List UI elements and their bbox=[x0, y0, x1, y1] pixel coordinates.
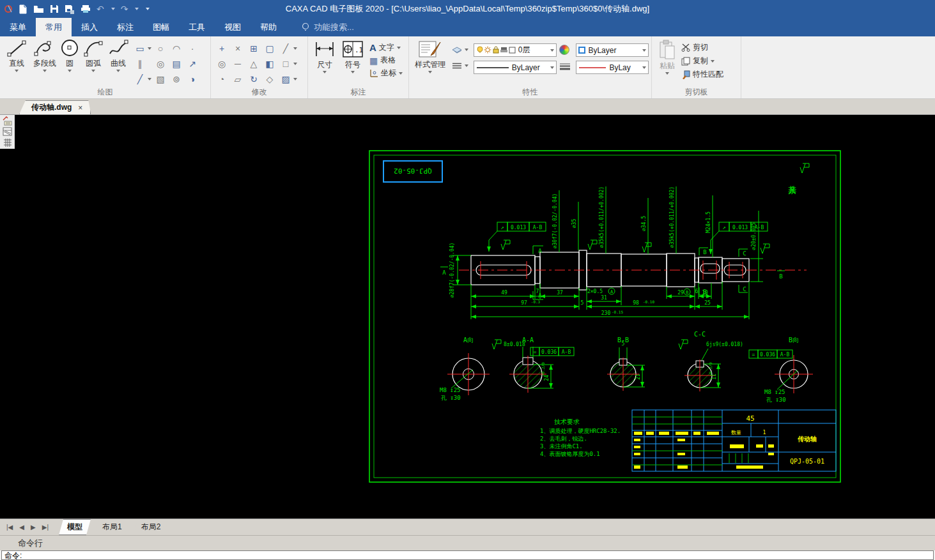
style-caret-icon[interactable] bbox=[428, 71, 432, 73]
ellipse-tool-icon[interactable]: ○ bbox=[153, 42, 167, 56]
function-search[interactable]: 功能搜索... bbox=[302, 18, 354, 36]
tab-model[interactable]: 模型 bbox=[58, 519, 92, 535]
axis-caret-icon[interactable] bbox=[148, 78, 151, 80]
line-tool-button[interactable]: 直线 bbox=[3, 38, 31, 72]
save-icon[interactable] bbox=[50, 4, 59, 13]
menu-item-annotate[interactable]: 标注 bbox=[107, 18, 143, 36]
prev-sheet-icon[interactable]: ◀ bbox=[19, 524, 24, 531]
linetype-caret-icon[interactable] bbox=[465, 64, 468, 67]
symbol-button[interactable]: .1 符号 bbox=[339, 38, 367, 73]
paste-caret-icon[interactable] bbox=[665, 72, 669, 75]
coordinate-tool-button[interactable]: 坐标 bbox=[369, 68, 403, 79]
drawing-canvas[interactable]: QPJ-05-02 其余 bbox=[0, 115, 935, 518]
line-caret-icon[interactable] bbox=[15, 70, 19, 72]
redo-caret-icon[interactable] bbox=[135, 8, 139, 10]
circle-tool-button[interactable]: 圆 bbox=[59, 38, 81, 72]
erase-tool-icon[interactable]: ╱ bbox=[279, 42, 293, 56]
match-properties-button[interactable]: 特性匹配 bbox=[681, 69, 723, 80]
app-logo-icon[interactable] bbox=[4, 4, 13, 13]
mirror-tool-icon[interactable]: △ bbox=[247, 57, 261, 71]
coordinate-caret-icon[interactable] bbox=[399, 72, 403, 75]
extend-tool-icon[interactable]: ─ bbox=[231, 57, 245, 71]
move-tool-icon[interactable]: + bbox=[215, 42, 229, 56]
hatch-tool-icon[interactable]: ▧ bbox=[153, 72, 167, 86]
explode-tool-icon[interactable]: ◇ bbox=[263, 72, 277, 86]
layer-caret-icon[interactable] bbox=[465, 49, 468, 51]
ucs-tool-icon[interactable] bbox=[2, 116, 13, 126]
text-tool-button[interactable]: A 文字 bbox=[369, 42, 403, 53]
bolt-tool-icon[interactable]: ▤ bbox=[169, 57, 183, 71]
wipeout-tool-icon[interactable]: ◑ bbox=[185, 72, 199, 86]
grid-tool-icon[interactable] bbox=[3, 138, 13, 148]
color-select-caret-icon[interactable] bbox=[642, 49, 646, 52]
document-tab[interactable]: 传动轴.dwg × bbox=[19, 100, 91, 114]
break-caret-icon[interactable] bbox=[293, 63, 297, 65]
layer-window-tool-icon[interactable] bbox=[3, 127, 13, 137]
menu-item-tools[interactable]: 工具 bbox=[179, 18, 215, 36]
lineweight-icon[interactable] bbox=[559, 63, 571, 70]
tab-layout1[interactable]: 布局1 bbox=[93, 520, 131, 534]
dimension-caret-icon[interactable] bbox=[323, 71, 327, 73]
rectangle-caret-icon[interactable] bbox=[148, 47, 151, 50]
linewidth-select-caret-icon[interactable] bbox=[642, 66, 646, 69]
offset-tool-icon[interactable]: ▢ bbox=[263, 42, 277, 56]
scale-tool-icon[interactable]: ◔ bbox=[215, 72, 229, 86]
menu-item-help[interactable]: 帮助 bbox=[251, 18, 286, 36]
menu-item-menu[interactable]: 菜单 bbox=[0, 18, 36, 36]
props-edit-caret-icon[interactable] bbox=[293, 78, 297, 80]
rotate-tool-icon[interactable]: ◎ bbox=[215, 57, 229, 71]
pick-arrow-tool-icon[interactable]: ↗ bbox=[185, 57, 199, 71]
menu-item-home[interactable]: 常用 bbox=[36, 18, 72, 36]
erase-caret-icon[interactable] bbox=[293, 47, 297, 50]
arc-fit-tool-icon[interactable]: ◠ bbox=[169, 42, 183, 56]
spline-tool-button[interactable]: 曲线 bbox=[106, 38, 130, 72]
save-as-icon[interactable] bbox=[65, 4, 75, 14]
copy-button[interactable]: 复制 bbox=[681, 56, 723, 66]
layer-select-caret-icon[interactable] bbox=[550, 49, 554, 52]
open-file-icon[interactable] bbox=[33, 4, 44, 13]
linetype-tool-button[interactable] bbox=[452, 63, 468, 69]
undo-caret-icon[interactable] bbox=[111, 8, 115, 10]
menu-item-insert[interactable]: 插入 bbox=[72, 18, 107, 36]
symbol-caret-icon[interactable] bbox=[351, 71, 355, 73]
print-icon[interactable] bbox=[81, 4, 91, 13]
color-wheel-icon[interactable] bbox=[559, 45, 569, 55]
new-file-icon[interactable] bbox=[19, 4, 27, 14]
layer-select[interactable]: 0层 bbox=[474, 43, 557, 57]
linewidth-select[interactable]: ByLay bbox=[576, 61, 649, 74]
next-sheet-icon[interactable]: ▶ bbox=[31, 524, 36, 531]
polyline-caret-icon[interactable] bbox=[43, 70, 47, 72]
customize-qat-icon[interactable] bbox=[146, 8, 150, 10]
menu-item-view[interactable]: 视图 bbox=[215, 18, 251, 36]
stretch-tool-icon[interactable]: ▱ bbox=[231, 72, 245, 86]
text-caret-icon[interactable] bbox=[397, 47, 401, 49]
props-edit-tool-icon[interactable]: ▨ bbox=[279, 72, 293, 86]
last-sheet-icon[interactable]: ▶| bbox=[42, 524, 49, 531]
color-select[interactable]: ByLayer bbox=[576, 43, 649, 57]
arc-caret-icon[interactable] bbox=[91, 70, 95, 72]
linetype-select-caret-icon[interactable] bbox=[550, 66, 554, 69]
fillet-tool-icon[interactable]: ◧ bbox=[263, 57, 277, 71]
gear-tool-icon[interactable]: ⊚ bbox=[169, 72, 183, 86]
undo-icon[interactable]: ↶ bbox=[97, 4, 104, 14]
layer-tool-button[interactable] bbox=[452, 46, 468, 54]
first-sheet-icon[interactable]: |◀ bbox=[6, 524, 13, 531]
polyline-tool-button[interactable]: 多段线 bbox=[31, 38, 59, 72]
rectangle-tool-icon[interactable]: ▭ bbox=[133, 42, 147, 56]
menu-item-sheet[interactable]: 图幅 bbox=[143, 18, 179, 36]
paste-button[interactable]: 粘贴 bbox=[654, 38, 680, 75]
axis-line-tool-icon[interactable]: ╱ bbox=[133, 72, 147, 86]
tab-layout2[interactable]: 布局2 bbox=[132, 520, 170, 534]
linetype-select[interactable]: ByLayer bbox=[474, 61, 557, 74]
redo-icon[interactable]: ↷ bbox=[121, 4, 128, 14]
parallel-lines-tool-icon[interactable]: ∥ bbox=[133, 57, 147, 71]
arc-tool-button[interactable]: 圆弧 bbox=[81, 38, 106, 72]
point-tool-icon[interactable]: · bbox=[185, 42, 199, 56]
table-tool-button[interactable]: ▦ 表格 bbox=[369, 55, 403, 66]
break-tool-icon[interactable]: □ bbox=[279, 57, 293, 71]
hole-tool-icon[interactable]: ◎ bbox=[153, 57, 167, 71]
revolve-tool-icon[interactable]: ↻ bbox=[247, 72, 261, 86]
command-input[interactable]: 命令: bbox=[1, 550, 934, 560]
cut-button[interactable]: 剪切 bbox=[681, 42, 723, 53]
copy-caret-icon[interactable] bbox=[711, 60, 715, 63]
